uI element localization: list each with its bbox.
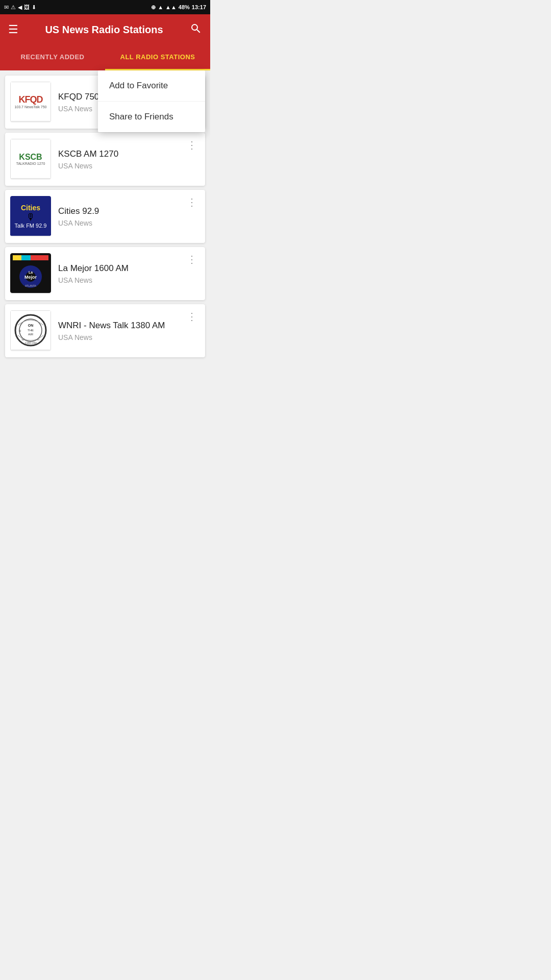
station-card-wnri[interactable]: ON THE AIR W R N 1380 AM WNRI - News Tal… — [5, 304, 205, 357]
station-info-kscb: KSCB AM 1270 USA News — [58, 149, 184, 170]
station-list: KFQD 103.7 NewsTalk 750 KFQD 750 AM News… — [0, 70, 210, 362]
cities-mic-icon: 🎙 — [26, 212, 35, 223]
kfqd-logo-sub: 103.7 NewsTalk 750 — [14, 105, 46, 109]
svg-text:W: W — [21, 338, 24, 341]
kscb-logo-sub: TALKRADIO 1270 — [16, 162, 45, 165]
signal-icon: ▲▲ — [165, 4, 177, 10]
more-button-lamejor[interactable]: ⋮ — [184, 251, 200, 267]
battery-label: 48% — [179, 4, 190, 10]
status-bar: ✉ ⚠ ◀ 🖼 ⬇ ⊕ ▲ ▲▲ 48% 13:17 — [0, 0, 210, 14]
cities-logo-bottom: Talk FM 92.9 — [15, 223, 47, 229]
context-menu-add-favorite[interactable]: Add to Favorite — [98, 70, 205, 102]
image-icon: 🖼 — [24, 4, 30, 10]
kfqd-logo-text: KFQD — [19, 94, 43, 105]
kscb-logo-text: KSCB — [19, 153, 42, 162]
station-logo-wnri: ON THE AIR W R N 1380 AM — [10, 310, 51, 351]
tab-all-radio-stations[interactable]: ALL RADIO STATIONS — [105, 45, 210, 70]
station-category-wnri: USA News — [58, 333, 184, 341]
svg-text:AIR: AIR — [28, 333, 34, 336]
svg-text:La: La — [29, 271, 33, 274]
station-name-lamejor: La Mejor 1600 AM — [58, 263, 184, 274]
station-category-cities929: USA News — [58, 219, 184, 227]
email-icon: ✉ — [4, 4, 9, 11]
svg-text:THE: THE — [28, 329, 34, 332]
context-menu: Add to Favorite Share to Friends — [98, 70, 205, 132]
svg-text:ON: ON — [28, 324, 34, 327]
menu-button[interactable]: ☰ — [8, 24, 18, 35]
add-icon: ⊕ — [151, 4, 156, 11]
station-category-kscb: USA News — [58, 162, 184, 170]
station-info-cities929: Cities 92.9 USA News — [58, 206, 184, 227]
station-category-lamejor: USA News — [58, 276, 184, 284]
time-label: 13:17 — [192, 4, 206, 10]
more-button-kscb[interactable]: ⋮ — [184, 137, 200, 153]
station-name-kscb: KSCB AM 1270 — [58, 149, 184, 160]
status-icons-right: ⊕ ▲ ▲▲ 48% 13:17 — [151, 4, 206, 11]
svg-text:R: R — [37, 338, 40, 341]
station-card-cities929[interactable]: Cities 🎙 Talk FM 92.9 Cities 92.9 USA Ne… — [5, 190, 205, 243]
station-logo-lamejor: La Mejor ATLANTA — [10, 253, 51, 294]
cities-logo-top: Cities — [21, 204, 40, 212]
svg-text:ATLANTA: ATLANTA — [25, 284, 36, 287]
svg-text:1380 AM: 1380 AM — [24, 341, 37, 345]
app-bar: ☰ US News Radio Stations — [0, 14, 210, 45]
svg-text:N: N — [19, 329, 21, 332]
more-button-cities929[interactable]: ⋮ — [184, 194, 200, 210]
station-info-lamejor: La Mejor 1600 AM USA News — [58, 263, 184, 284]
tabs: RECENTLY ADDED ALL RADIO STATIONS — [0, 45, 210, 70]
station-card-kscb[interactable]: KSCB TALKRADIO 1270 KSCB AM 1270 USA New… — [5, 133, 205, 186]
app-title: US News Radio Stations — [27, 24, 182, 36]
back-icon: ◀ — [18, 4, 22, 11]
station-logo-kfqd: KFQD 103.7 NewsTalk 750 — [10, 82, 51, 122]
context-menu-share-friends[interactable]: Share to Friends — [98, 102, 205, 132]
svg-text:Mejor: Mejor — [24, 275, 37, 280]
station-logo-cities929: Cities 🎙 Talk FM 92.9 — [10, 196, 51, 237]
notification-icon: ⚠ — [11, 4, 16, 11]
more-button-wnri[interactable]: ⋮ — [184, 308, 200, 325]
station-card-lamejor[interactable]: La Mejor ATLANTA La Mejor 1600 AM USA Ne… — [5, 247, 205, 300]
station-info-wnri: WNRI - News Talk 1380 AM USA News — [58, 320, 184, 341]
station-name-wnri: WNRI - News Talk 1380 AM — [58, 320, 184, 331]
search-button[interactable] — [190, 22, 202, 37]
status-icons-left: ✉ ⚠ ◀ 🖼 ⬇ — [4, 4, 36, 11]
download-icon: ⬇ — [32, 4, 36, 11]
station-name-cities929: Cities 92.9 — [58, 206, 184, 217]
station-logo-kscb: KSCB TALKRADIO 1270 — [10, 139, 51, 180]
svg-rect-2 — [13, 255, 21, 260]
wifi-icon: ▲ — [158, 4, 163, 10]
tab-recently-added[interactable]: RECENTLY ADDED — [0, 45, 105, 70]
